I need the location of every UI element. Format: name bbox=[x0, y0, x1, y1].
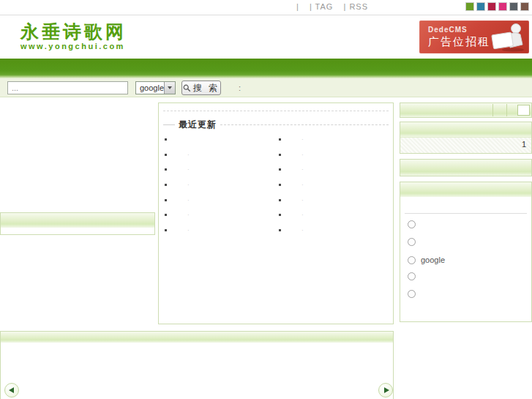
bullet-icon bbox=[165, 199, 167, 201]
list-item-text: · bbox=[187, 227, 190, 234]
left-panel-row bbox=[1, 228, 154, 234]
divider bbox=[163, 111, 389, 111]
site-logo-url: www.yongchui.com bbox=[20, 42, 127, 51]
recent-updates-title: 最近更新 bbox=[175, 119, 220, 131]
list-item-text: · bbox=[301, 197, 304, 204]
list-item-text: · bbox=[301, 136, 304, 143]
list-item[interactable]: · bbox=[165, 177, 190, 193]
list-item[interactable]: · bbox=[165, 162, 190, 177]
bullet-icon bbox=[165, 138, 167, 141]
left-panel bbox=[0, 212, 155, 235]
bullet-icon bbox=[165, 184, 167, 186]
chevron-down-icon[interactable] bbox=[164, 82, 175, 94]
search-strip: google 搜 索 : bbox=[0, 78, 532, 97]
search-button[interactable]: 搜 索 bbox=[181, 81, 221, 95]
search-button-label: 搜 索 bbox=[193, 82, 220, 94]
theme-swatch-crimson[interactable] bbox=[487, 2, 496, 11]
recent-updates-header: 最近更新 bbox=[163, 119, 389, 131]
topbar-link-home[interactable]: | bbox=[296, 2, 299, 11]
list-item[interactable]: · bbox=[165, 223, 190, 238]
bullet-icon bbox=[165, 214, 167, 216]
site-header: 永垂诗歌网 www.yongchui.com DedeCMS 广告位招租 bbox=[0, 16, 532, 58]
bullet-icon bbox=[279, 214, 281, 216]
theme-swatch-brown[interactable] bbox=[520, 2, 529, 11]
list-item[interactable]: · bbox=[165, 193, 190, 208]
list-item-text: · bbox=[187, 197, 190, 204]
theme-swatch-pink[interactable] bbox=[498, 2, 507, 11]
divider bbox=[220, 124, 389, 125]
sidebar-poll-panel: google bbox=[400, 182, 532, 322]
list-item[interactable]: · bbox=[279, 207, 304, 223]
poll-option-5[interactable] bbox=[408, 290, 421, 298]
bullet-icon bbox=[279, 168, 281, 171]
list-item[interactable]: · bbox=[279, 162, 304, 177]
list-item[interactable]: · bbox=[279, 223, 304, 238]
list-item[interactable]: · bbox=[279, 147, 304, 163]
poll-option-3[interactable]: google bbox=[408, 256, 445, 264]
divider bbox=[506, 104, 507, 116]
list-item-text: · bbox=[187, 166, 190, 173]
site-logo[interactable]: 永垂诗歌网 www.yongchui.com bbox=[20, 22, 127, 51]
radio-icon[interactable] bbox=[408, 256, 416, 264]
sidebar-section-bar bbox=[400, 159, 532, 176]
bullet-icon bbox=[165, 229, 167, 231]
bullet-icon bbox=[279, 138, 281, 141]
list-item-text: · bbox=[301, 227, 304, 234]
list-item[interactable]: · bbox=[279, 177, 304, 193]
bullet-icon bbox=[279, 199, 281, 201]
list-item-text: · bbox=[301, 152, 304, 158]
list-item-text: · bbox=[301, 182, 304, 188]
triangle-left-icon bbox=[9, 387, 14, 393]
radio-icon[interactable] bbox=[408, 290, 416, 298]
list-item[interactable] bbox=[165, 132, 190, 147]
list-item[interactable]: · bbox=[279, 193, 304, 208]
sidebar-stats-content: 1 bbox=[400, 138, 531, 153]
poll-header bbox=[400, 182, 531, 197]
topbar-link-rss[interactable]: | RSS bbox=[343, 2, 368, 11]
radio-icon[interactable] bbox=[408, 272, 416, 280]
triangle-right-icon bbox=[384, 387, 389, 393]
search-icon bbox=[183, 84, 191, 92]
theme-swatch-blue[interactable] bbox=[476, 2, 485, 11]
left-panel-header bbox=[1, 213, 154, 228]
list-item[interactable]: · bbox=[279, 132, 304, 147]
poll-option-label: google bbox=[421, 256, 445, 264]
ad-banner-text: 广告位招租 bbox=[428, 35, 490, 49]
recent-updates-list-left: · · · · · · bbox=[165, 132, 190, 238]
bottom-carousel-header bbox=[1, 332, 393, 343]
mascot-figure-icon bbox=[488, 23, 526, 52]
topbar-links: | | TAG | RSS bbox=[289, 2, 368, 11]
search-engine-selected: google bbox=[140, 83, 164, 92]
search-engine-select[interactable]: google bbox=[135, 81, 176, 94]
list-item[interactable]: · bbox=[165, 207, 190, 223]
poll-option-1[interactable] bbox=[408, 220, 421, 228]
bullet-icon bbox=[165, 154, 167, 156]
recent-updates-list-right: · · · · · · · bbox=[279, 132, 304, 238]
theme-swatch-gray[interactable] bbox=[509, 2, 518, 11]
main-nav-bar[interactable] bbox=[0, 59, 532, 78]
radio-icon[interactable] bbox=[408, 238, 416, 246]
carousel-next-button[interactable] bbox=[378, 383, 393, 398]
carousel-prev-button[interactable] bbox=[4, 383, 19, 398]
site-logo-title: 永垂诗歌网 bbox=[20, 22, 127, 41]
ad-banner[interactable]: DedeCMS 广告位招租 bbox=[419, 20, 529, 53]
list-item[interactable]: · bbox=[165, 147, 190, 163]
bullet-icon bbox=[279, 229, 281, 231]
poll-option-4[interactable] bbox=[408, 272, 421, 280]
ad-banner-brand: DedeCMS bbox=[428, 26, 468, 34]
stats-count: 1 bbox=[522, 140, 526, 149]
sidebar-login-bar bbox=[400, 102, 532, 118]
theme-swatch-green[interactable] bbox=[465, 2, 474, 11]
search-suffix-text: : bbox=[239, 83, 241, 92]
radio-icon[interactable] bbox=[408, 220, 416, 228]
divider bbox=[492, 104, 493, 116]
list-item-text: · bbox=[187, 152, 190, 158]
bottom-carousel-panel bbox=[0, 331, 394, 399]
poll-option-2[interactable] bbox=[408, 238, 421, 246]
list-item-text: · bbox=[187, 212, 190, 218]
sidebar-mini-input[interactable] bbox=[517, 105, 530, 116]
sidebar-stats-panel: 1 bbox=[400, 122, 532, 154]
search-input[interactable] bbox=[7, 81, 128, 94]
topbar-link-tag[interactable]: | TAG bbox=[310, 2, 334, 11]
top-bar: | | TAG | RSS bbox=[0, 0, 532, 15]
